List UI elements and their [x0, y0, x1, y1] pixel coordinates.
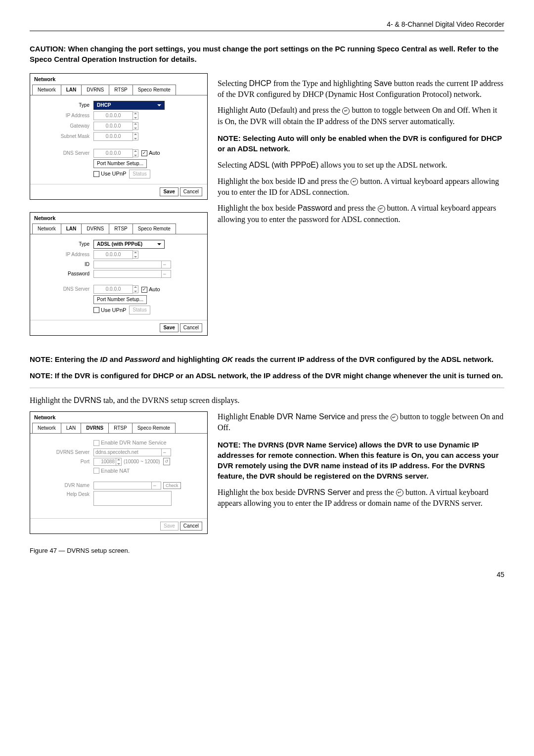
spinner-icon[interactable]	[133, 133, 138, 140]
upnp-label: Use UPnP	[101, 170, 126, 178]
paragraph: Highlight Auto (Default) and press the ↵…	[218, 105, 504, 127]
type-select[interactable]: ADSL (with PPPoE)	[93, 240, 165, 249]
auto-checkbox[interactable]: ✓	[141, 287, 147, 293]
refresh-icon[interactable]: ↺	[163, 458, 170, 465]
upnp-label: Use UPnP	[101, 307, 126, 314]
ip-address-input[interactable]: 0.0.0.0	[93, 111, 133, 120]
tab-network[interactable]: Network	[32, 85, 61, 95]
save-button[interactable]: Save	[160, 323, 178, 332]
tab-dvrns[interactable]: DVRNS	[81, 85, 109, 95]
dvr-name-label: DVR Name	[35, 482, 93, 489]
gateway-input[interactable]: 0.0.0.0	[93, 122, 133, 131]
ip-address-input[interactable]: 0.0.0.0	[93, 250, 133, 259]
type-label: Type	[35, 241, 93, 248]
tab-rtsp[interactable]: RTSP	[108, 423, 133, 433]
dialog-title: Network	[30, 74, 207, 83]
check-button[interactable]: Check	[163, 482, 181, 489]
name-edit-button[interactable]: –	[151, 482, 161, 489]
status-button[interactable]: Status	[129, 306, 150, 314]
caution-note: CAUTION: When changing the port settings…	[30, 44, 504, 64]
dialog-title: Network	[30, 412, 207, 421]
enable-nat-checkbox[interactable]	[93, 468, 99, 474]
id-label: ID	[35, 261, 93, 268]
figure-caption: Figure 47 — DVRNS setup screen.	[30, 546, 208, 555]
page-header: 4- & 8-Channel Digital Video Recorder	[30, 20, 504, 31]
gateway-label: Gateway	[35, 123, 93, 130]
password-edit-button[interactable]: –	[161, 270, 171, 278]
spinner-icon[interactable]	[133, 112, 138, 120]
id-edit-button[interactable]: –	[161, 261, 171, 268]
spinner-icon[interactable]	[133, 149, 138, 157]
server-edit-button[interactable]: –	[161, 448, 171, 456]
port-number-setup-button[interactable]: Port Number Setup...	[93, 159, 147, 168]
spinner-icon[interactable]	[133, 122, 138, 130]
tab-dvrns[interactable]: DVRNS	[81, 223, 109, 234]
note: NOTE: Selecting Auto will only be enable…	[218, 133, 504, 154]
dns-input[interactable]: 0.0.0.0	[93, 285, 133, 294]
status-button[interactable]: Status	[129, 170, 150, 178]
dropdown-arrow-icon	[157, 243, 161, 245]
type-value: ADSL (with PPPoE)	[97, 241, 142, 248]
dvrns-server-input[interactable]: ddns.specotech.net	[93, 448, 162, 456]
spinner-icon[interactable]	[116, 458, 122, 466]
note: NOTE: The DVRNS (DVR Name Service) allow…	[218, 440, 504, 481]
tab-network[interactable]: Network	[32, 423, 61, 433]
enter-icon: ↵	[391, 414, 398, 421]
port-number-setup-button[interactable]: Port Number Setup...	[93, 295, 147, 304]
tab-rtsp[interactable]: RTSP	[109, 223, 133, 234]
cancel-button[interactable]: Cancel	[180, 323, 202, 332]
enable-service-label: Enable DVR Name Service	[101, 439, 167, 446]
paragraph: Highlight the box beside Password and pr…	[218, 203, 504, 225]
dvr-name-input[interactable]	[93, 482, 152, 489]
paragraph: Selecting DHCP from the Type and highlig…	[218, 78, 504, 100]
type-select[interactable]: DHCP	[93, 101, 165, 110]
ip-address-label: IP Address	[35, 251, 93, 258]
save-button[interactable]: Save	[160, 187, 178, 196]
password-input[interactable]	[93, 270, 162, 278]
enter-icon: ↵	[351, 178, 358, 185]
note: NOTE: If the DVR is configured for DHCP …	[30, 370, 504, 381]
upnp-checkbox[interactable]	[93, 171, 99, 177]
cancel-button[interactable]: Cancel	[180, 187, 202, 196]
ip-address-label: IP Address	[35, 112, 93, 119]
spinner-icon[interactable]	[133, 251, 138, 259]
subnet-label: Subnet Mask	[35, 133, 93, 140]
tab-lan[interactable]: LAN	[61, 223, 82, 234]
paragraph: Highlight the box beside ID and press th…	[218, 176, 504, 198]
dns-input[interactable]: 0.0.0.0	[93, 149, 133, 158]
upnp-checkbox[interactable]	[93, 307, 99, 313]
tab-dvrns[interactable]: DVRNS	[81, 423, 109, 433]
help-desk-display	[93, 491, 172, 506]
save-button[interactable]: Save	[160, 522, 178, 531]
port-input[interactable]: 10088	[93, 458, 116, 466]
divider	[30, 388, 504, 388]
enter-icon: ↵	[378, 205, 385, 213]
tab-speco-remote[interactable]: Speco Remote	[133, 85, 176, 95]
type-value: DHCP	[97, 102, 111, 109]
note: NOTE: Entering the ID and Password and h…	[30, 354, 504, 364]
tab-speco-remote[interactable]: Speco Remote	[132, 423, 176, 433]
port-range: (10000 ~ 12000)	[124, 458, 160, 465]
page-number: 45	[30, 570, 504, 580]
type-label: Type	[35, 102, 93, 109]
port-label: Port	[35, 458, 93, 465]
enable-nat-label: Enable NAT	[101, 467, 130, 475]
tab-lan[interactable]: LAN	[61, 85, 82, 95]
tab-lan[interactable]: LAN	[61, 423, 81, 433]
subnet-input[interactable]: 0.0.0.0	[93, 132, 133, 141]
id-input[interactable]	[93, 261, 162, 268]
cancel-button[interactable]: Cancel	[180, 522, 202, 531]
auto-checkbox[interactable]: ✓	[141, 150, 147, 156]
spinner-icon[interactable]	[133, 285, 138, 293]
tab-network[interactable]: Network	[32, 223, 61, 234]
help-desk-label: Help Desk	[35, 491, 93, 498]
tab-rtsp[interactable]: RTSP	[109, 85, 133, 95]
enter-icon: ↵	[342, 107, 350, 115]
tab-speco-remote[interactable]: Speco Remote	[133, 223, 176, 234]
dvrns-server-label: DVRNS Server	[35, 449, 93, 456]
dropdown-arrow-icon	[157, 104, 161, 106]
paragraph: Highlight Enable DVR Name Service and pr…	[218, 411, 504, 434]
network-dialog-dvrns: Network Network LAN DVRNS RTSP Speco Rem…	[30, 411, 208, 534]
enable-service-checkbox[interactable]	[93, 440, 99, 446]
network-dialog-dhcp: Network Network LAN DVRNS RTSP Speco Rem…	[30, 73, 208, 200]
